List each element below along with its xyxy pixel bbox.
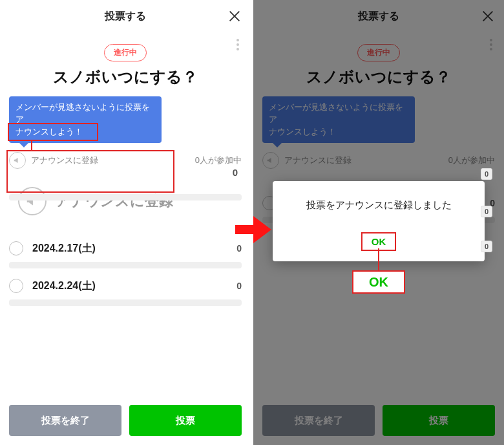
option-count-peek: 0 bbox=[481, 206, 492, 217]
participants-count: 0人が参加中 bbox=[195, 155, 242, 166]
modal-message: 投票をアナウンスに登録しました bbox=[280, 199, 477, 212]
announce-callout-count: 0 bbox=[233, 167, 238, 178]
announce-callout-bar bbox=[9, 194, 242, 201]
kebab-icon[interactable] bbox=[236, 39, 239, 50]
option-bar bbox=[9, 299, 242, 306]
header: 投票する bbox=[0, 0, 251, 32]
bottom-buttons: 投票を終了 投票 bbox=[9, 405, 242, 436]
poll-option[interactable]: 2024.2.24(土) 0 bbox=[9, 270, 242, 296]
end-vote-button[interactable]: 投票を終了 bbox=[9, 405, 121, 436]
option-bar bbox=[9, 262, 242, 268]
ok-callout: OK bbox=[352, 270, 405, 294]
header-title: 投票する bbox=[105, 10, 146, 23]
arrow-icon bbox=[235, 213, 271, 246]
close-icon[interactable] bbox=[227, 9, 242, 23]
phone-before: 投票する 進行中 スノボいつにする？ メンバーが見逃さないように投票をア ナウン… bbox=[0, 0, 251, 445]
option-count-peek: 0 bbox=[481, 241, 492, 252]
option-label: 2024.2.17(土) bbox=[32, 242, 236, 255]
option-count-peek: 0 bbox=[481, 168, 492, 180]
poll-option[interactable]: 2024.2.17(土) 0 bbox=[9, 232, 242, 258]
highlight-announce-small bbox=[8, 123, 98, 141]
radio-icon[interactable] bbox=[9, 279, 23, 293]
status-badge: 進行中 bbox=[104, 44, 147, 61]
radio-icon[interactable] bbox=[9, 241, 23, 255]
option-label: 2024.2.24(土) bbox=[32, 279, 236, 293]
tooltip-line1: メンバーが見逃さないように投票をア bbox=[16, 102, 155, 126]
poll-question: スノボいつにする？ bbox=[0, 67, 251, 87]
highlight-connector bbox=[378, 248, 379, 270]
vote-button[interactable]: 投票 bbox=[129, 405, 242, 436]
highlight-announce-big bbox=[6, 150, 174, 193]
option-count: 0 bbox=[236, 281, 242, 291]
phone-after: 投票する 進行中 スノボいつにする？ メンバーが見逃さないように投票をア ナウン… bbox=[253, 0, 504, 445]
